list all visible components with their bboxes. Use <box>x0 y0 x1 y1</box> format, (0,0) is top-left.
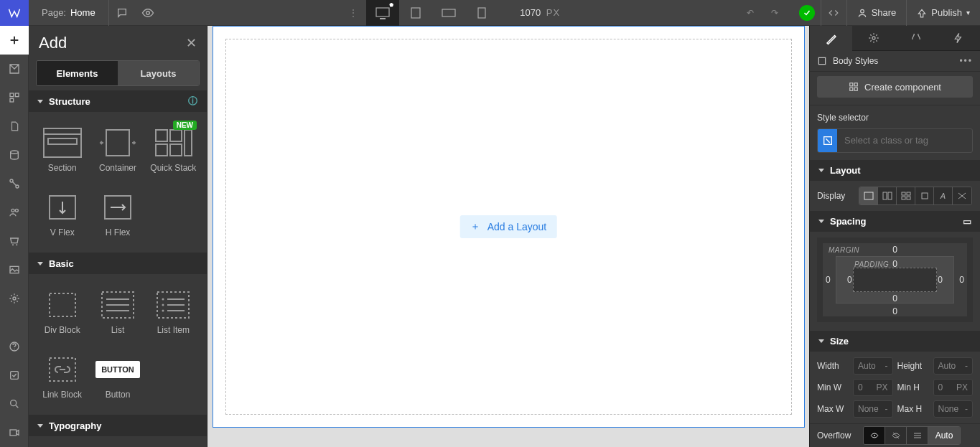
viewport-tablet-button[interactable] <box>399 0 432 26</box>
publish-button[interactable]: Publish ▾ <box>906 0 980 26</box>
create-component-button[interactable]: Create component <box>817 76 973 97</box>
spacing-label: Spacing <box>830 216 867 227</box>
svg-point-41 <box>162 298 164 301</box>
element-container[interactable]: Container <box>90 118 145 182</box>
element-heading[interactable]: Heading <box>34 442 90 447</box>
element-vflex[interactable]: V Flex <box>34 182 90 247</box>
spacing-editor[interactable]: MARGIN PADDING 0 0 0 0 0 0 0 0 <box>817 237 973 321</box>
export-code-icon[interactable] <box>821 0 846 26</box>
rail-video-button[interactable] <box>0 418 29 447</box>
section-header-layout[interactable]: Layout <box>810 160 980 181</box>
class-selector-field[interactable] <box>837 135 972 146</box>
redo-button[interactable]: ↷ <box>765 0 785 26</box>
caret-down-icon <box>37 424 43 428</box>
canvas[interactable]: ＋ Add a Layout <box>207 26 809 447</box>
element-button[interactable]: BUTTON Button <box>90 344 145 409</box>
rail-cms-button[interactable] <box>0 141 29 169</box>
spacing-expand-icon[interactable]: ▭ <box>963 216 971 227</box>
overflow-auto-button[interactable]: Auto <box>928 427 960 444</box>
width-input[interactable]: Auto- <box>853 357 893 375</box>
rail-help-button[interactable] <box>0 332 29 361</box>
tab-style[interactable] <box>810 26 852 51</box>
margin-left-value[interactable]: 0 <box>826 275 831 285</box>
rail-ecommerce-button[interactable] <box>0 227 29 255</box>
viewport-landscape-button[interactable] <box>432 0 465 26</box>
height-input[interactable]: Auto- <box>933 357 974 375</box>
margin-bottom-value[interactable]: 0 <box>892 306 897 316</box>
right-panel: Body Styles ••• Create component Style s… <box>809 26 980 447</box>
more-icon[interactable]: ⋮ <box>340 0 366 26</box>
element-link[interactable]: Link <box>146 442 201 447</box>
padding-left-value[interactable]: 0 <box>847 275 852 285</box>
viewport-desktop-button[interactable] <box>366 0 399 26</box>
section-header-structure[interactable]: Structure ⓘ <box>29 90 207 112</box>
display-grid-button[interactable] <box>897 187 915 204</box>
section-header-spacing[interactable]: Spacing ▭ <box>810 211 980 232</box>
overflow-hidden-button[interactable] <box>885 427 907 444</box>
overflow-scroll-button[interactable] <box>907 427 928 444</box>
page-selector[interactable]: Page: Home <box>29 0 109 26</box>
undo-button[interactable]: ↶ <box>740 0 760 26</box>
overflow-visible-button[interactable] <box>864 427 885 444</box>
artboard-body[interactable]: ＋ Add a Layout <box>213 26 805 428</box>
tab-settings[interactable] <box>852 26 895 51</box>
padding-right-value[interactable]: 0 <box>938 275 943 285</box>
rail-users-button[interactable] <box>0 198 29 227</box>
body-styles-row[interactable]: Body Styles ••• <box>810 51 980 72</box>
preview-icon[interactable] <box>135 0 161 26</box>
section-header-size[interactable]: Size <box>810 331 980 352</box>
element-list[interactable]: List <box>90 280 145 344</box>
element-section[interactable]: Section <box>34 118 90 182</box>
rail-assets-button[interactable] <box>0 255 29 284</box>
display-flex-button[interactable] <box>878 187 897 204</box>
maxw-input[interactable]: None- <box>853 400 893 418</box>
svg-point-0 <box>146 11 149 14</box>
svg-point-22 <box>11 400 17 406</box>
app-logo[interactable] <box>0 0 29 26</box>
section-header-typography[interactable]: Typography <box>29 415 207 436</box>
display-inline-button[interactable]: A <box>934 187 953 204</box>
display-none-button[interactable] <box>953 187 971 204</box>
minw-input[interactable]: 0PX <box>853 379 893 396</box>
viewport-mobile-button[interactable] <box>465 0 498 26</box>
tab-interactions[interactable] <box>895 26 938 51</box>
status-ok-icon[interactable] <box>799 5 815 21</box>
element-link-block[interactable]: Link Block <box>34 344 90 409</box>
rail-components-button[interactable] <box>0 83 29 112</box>
tab-layouts[interactable]: Layouts <box>118 61 199 85</box>
rail-logic-button[interactable] <box>0 169 29 198</box>
padding-bottom-value[interactable]: 0 <box>892 293 897 304</box>
element-list-item[interactable]: List Item <box>146 280 201 344</box>
rail-pages-button[interactable] <box>0 112 29 141</box>
viewport-size-label[interactable]: 1070 PX <box>520 7 560 18</box>
margin-top-value[interactable]: 0 <box>892 245 897 255</box>
rail-add-button[interactable] <box>0 26 29 55</box>
minh-input[interactable]: 0PX <box>933 379 974 396</box>
add-layout-button[interactable]: ＋ Add a Layout <box>460 215 557 238</box>
display-inline-block-button[interactable] <box>915 187 934 204</box>
info-icon[interactable]: ⓘ <box>187 95 198 107</box>
class-selector-input[interactable] <box>817 128 973 153</box>
element-quick-stack[interactable]: NEW Quick Stack <box>146 118 201 182</box>
element-label: List <box>111 325 125 335</box>
element-hflex[interactable]: H Flex <box>90 182 145 247</box>
rail-settings-button[interactable] <box>0 284 29 313</box>
size-label: Size <box>830 336 849 347</box>
display-block-button[interactable] <box>859 187 878 204</box>
rail-audit-button[interactable] <box>0 361 29 390</box>
section-header-basic[interactable]: Basic <box>29 253 207 274</box>
margin-right-value[interactable]: 0 <box>959 275 964 285</box>
body-styles-label: Body Styles <box>833 56 878 66</box>
rail-search-button[interactable] <box>0 390 29 418</box>
element-paragraph[interactable] <box>90 442 145 447</box>
more-icon[interactable]: ••• <box>959 56 973 66</box>
close-icon[interactable]: ✕ <box>186 35 197 51</box>
share-button[interactable]: Share <box>846 0 907 26</box>
element-div-block[interactable]: Div Block <box>34 280 90 344</box>
comments-icon[interactable] <box>109 0 135 26</box>
maxh-input[interactable]: None- <box>933 400 974 418</box>
tab-elements[interactable]: Elements <box>37 61 118 85</box>
padding-top-value[interactable]: 0 <box>892 259 897 269</box>
rail-navigator-button[interactable] <box>0 55 29 83</box>
tab-effects[interactable] <box>938 26 980 51</box>
